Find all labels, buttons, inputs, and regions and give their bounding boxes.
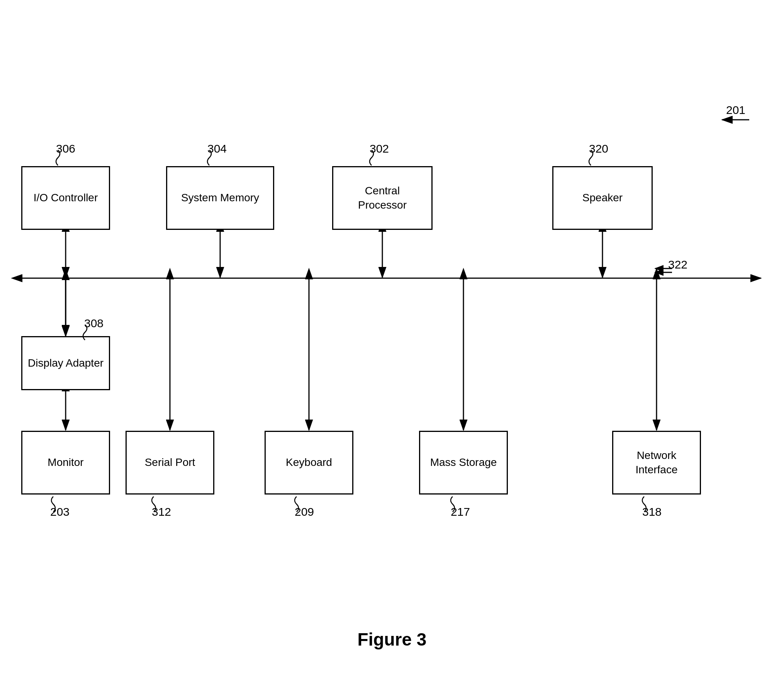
monitor-label: Monitor [48,455,83,469]
system-memory-label: System Memory [181,191,259,205]
squiggle-302 [364,150,379,166]
mass-storage-box: Mass Storage [419,431,508,495]
io-controller-box: I/O Controller [21,166,110,230]
speaker-box: Speaker [552,166,653,230]
io-controller-label: I/O Controller [34,191,98,205]
squiggle-318 [636,496,652,513]
squiggle-209 [289,496,304,513]
figure-caption: Figure 3 [0,629,784,650]
central-processor-box: Central Processor [332,166,433,230]
squiggle-203 [46,496,61,513]
squiggle-304 [202,150,217,166]
network-interface-label: Network Interface [636,449,678,477]
central-processor-label: Central Processor [358,184,407,212]
system-memory-box: System Memory [166,166,274,230]
squiggle-308 [77,325,93,341]
speaker-label: Speaker [582,191,623,205]
serial-port-label: Serial Port [145,455,195,469]
ref-201: 201 [726,104,745,117]
squiggle-306 [50,150,66,166]
keyboard-box: Keyboard [265,431,353,495]
serial-port-box: Serial Port [126,431,214,495]
display-adapter-box: Display Adapter [21,336,110,390]
squiggle-320 [583,150,599,166]
keyboard-label: Keyboard [286,455,332,469]
mass-storage-label: Mass Storage [430,455,497,469]
monitor-box: Monitor [21,431,110,495]
squiggle-217 [445,496,460,513]
display-adapter-label: Display Adapter [28,356,104,370]
arrows-svg [0,0,784,673]
network-interface-box: Network Interface [612,431,701,495]
diagram: 201 I/O Controller 306 System Memory 304… [0,0,784,673]
arrow-322 [653,263,673,278]
squiggle-312 [146,496,161,513]
